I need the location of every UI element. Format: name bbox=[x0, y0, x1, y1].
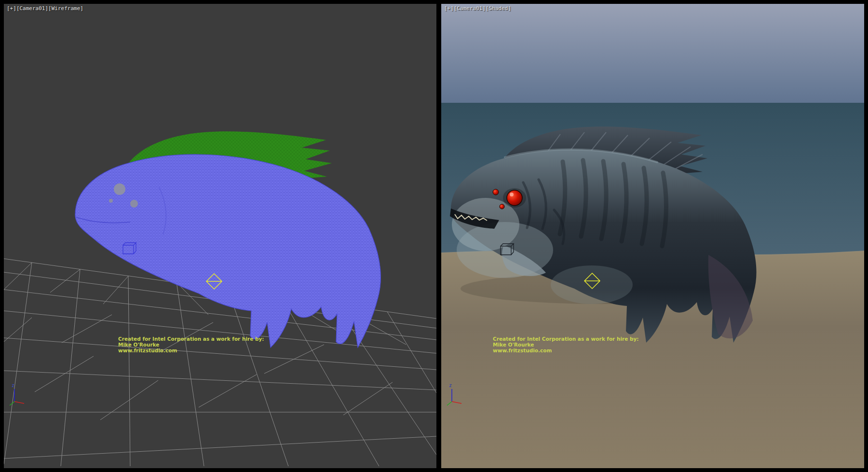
world-axis-gizmo: z bbox=[445, 381, 466, 406]
credit-line-3: www.fritzstudio.com bbox=[493, 347, 639, 353]
y-axis-line bbox=[10, 402, 14, 405]
x-axis-line bbox=[14, 402, 24, 403]
credit-line-1: Created for Intel Corporation as a work … bbox=[493, 336, 639, 342]
viewport-shading-menu[interactable]: [Wireframe] bbox=[48, 5, 83, 12]
credit-line-1: Created for Intel Corporation as a work … bbox=[118, 336, 264, 342]
viewport-shading-menu[interactable]: [Shaded] bbox=[486, 5, 511, 12]
viewport-label: [+][Camera01][Wireframe] bbox=[7, 5, 83, 12]
axis-z-label: z bbox=[12, 383, 14, 388]
credit-text: Created for Intel Corporation as a work … bbox=[118, 336, 264, 353]
y-axis-line bbox=[447, 402, 452, 405]
x-axis-line bbox=[452, 402, 461, 403]
credit-text: Created for Intel Corporation as a work … bbox=[493, 336, 639, 353]
fish-model-wireframe[interactable] bbox=[75, 131, 381, 347]
viewport-wireframe[interactable]: [+][Camera01][Wireframe] Created for Int… bbox=[4, 4, 436, 468]
viewport-general-menu[interactable]: [+] bbox=[444, 5, 454, 12]
viewport-shaded[interactable]: [+][Camera01][Shaded] Created for Intel … bbox=[441, 4, 864, 468]
viewport-canvas-wireframe[interactable] bbox=[4, 4, 436, 468]
world-axis-gizmo: z bbox=[8, 381, 29, 406]
viewport-label: [+][Camera01][Shaded] bbox=[444, 5, 511, 12]
viewport-camera-menu[interactable]: [Camera01] bbox=[454, 5, 486, 12]
viewport-camera-menu[interactable]: [Camera01] bbox=[16, 5, 48, 12]
body-wire-texture bbox=[75, 154, 381, 347]
credit-line-3: www.fritzstudio.com bbox=[118, 347, 264, 353]
viewport-canvas-shaded[interactable] bbox=[441, 4, 864, 468]
viewport-general-menu[interactable]: [+] bbox=[7, 5, 16, 12]
credit-line-2: Mike O'Rourke bbox=[118, 342, 264, 347]
sky bbox=[441, 4, 864, 105]
axis-z-label: z bbox=[449, 383, 452, 388]
credit-line-2: Mike O'Rourke bbox=[493, 342, 639, 347]
